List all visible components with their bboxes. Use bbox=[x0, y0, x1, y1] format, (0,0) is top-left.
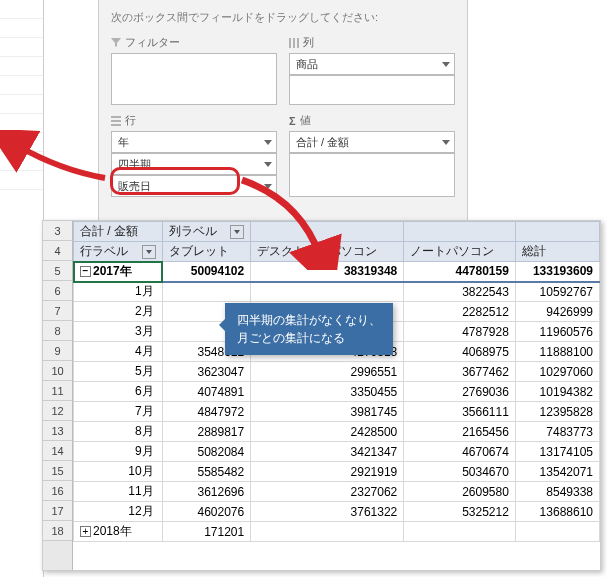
pane-hint: 次のボックス間でフィールドをドラッグしてください: bbox=[111, 10, 455, 25]
month-row[interactable]: 11月 bbox=[74, 482, 163, 502]
rows-section-label: 行 bbox=[111, 113, 277, 128]
column-header[interactable]: 総計 bbox=[515, 242, 599, 262]
pivot-sheet: 3456789101112131415161718 合計 / 金額列ラベル行ラベ… bbox=[42, 220, 601, 571]
field-list-pane: 次のボックス間でフィールドをドラッグしてください: フィルター 列 商品 行 年… bbox=[98, 0, 468, 225]
total-cell[interactable]: 133193609 bbox=[515, 262, 599, 282]
column-header[interactable]: デスクトップパソコン bbox=[251, 242, 404, 262]
month-row[interactable]: 4月 bbox=[74, 342, 163, 362]
row-header[interactable]: 13 bbox=[43, 421, 72, 441]
chevron-down-icon bbox=[264, 162, 272, 167]
sigma-icon: Σ bbox=[289, 115, 296, 127]
filter-dropzone[interactable] bbox=[111, 53, 277, 105]
row-header[interactable]: 6 bbox=[43, 281, 72, 301]
chevron-down-icon bbox=[264, 184, 272, 189]
values-section-label: Σ値 bbox=[289, 113, 455, 128]
month-row[interactable]: 12月 bbox=[74, 502, 163, 522]
svg-rect-5 bbox=[111, 124, 121, 126]
row-header[interactable]: 5 bbox=[43, 261, 72, 281]
row-header[interactable]: 10 bbox=[43, 361, 72, 381]
row-header[interactable]: 17 bbox=[43, 501, 72, 521]
month-row[interactable]: 10月 bbox=[74, 462, 163, 482]
month-row[interactable]: 9月 bbox=[74, 442, 163, 462]
row-header[interactable]: 4 bbox=[43, 241, 72, 261]
svg-rect-2 bbox=[297, 38, 299, 48]
row-header[interactable]: 12 bbox=[43, 401, 72, 421]
total-cell[interactable]: 44780159 bbox=[404, 262, 516, 282]
svg-rect-0 bbox=[289, 38, 291, 48]
col-field-product[interactable]: 商品 bbox=[289, 53, 455, 75]
val-field-sum[interactable]: 合計 / 金額 bbox=[289, 131, 455, 153]
column-header[interactable]: タブレット bbox=[162, 242, 251, 262]
row-header[interactable]: 16 bbox=[43, 481, 72, 501]
year-row-2018[interactable]: +2018年 bbox=[74, 522, 163, 542]
month-row[interactable]: 7月 bbox=[74, 402, 163, 422]
month-row[interactable]: 2月 bbox=[74, 302, 163, 322]
row-field-year[interactable]: 年 bbox=[111, 131, 277, 153]
row-header[interactable]: 9 bbox=[43, 341, 72, 361]
chevron-down-icon bbox=[442, 62, 450, 67]
svg-rect-3 bbox=[111, 116, 121, 118]
row-header[interactable]: 7 bbox=[43, 301, 72, 321]
chevron-down-icon bbox=[264, 140, 272, 145]
row-labels-header[interactable]: 行ラベル bbox=[74, 242, 163, 262]
row-header[interactable]: 3 bbox=[43, 221, 72, 241]
month-row[interactable]: 1月 bbox=[74, 282, 163, 302]
pivot-table[interactable]: 合計 / 金額列ラベル行ラベルタブレットデスクトップパソコンノートパソコン総計−… bbox=[73, 221, 600, 542]
rows-icon bbox=[111, 116, 121, 126]
year-row-2017[interactable]: −2017年 bbox=[74, 262, 163, 282]
total-cell[interactable]: 50094102 bbox=[162, 262, 251, 282]
svg-rect-4 bbox=[111, 120, 121, 122]
row-header[interactable]: 8 bbox=[43, 321, 72, 341]
column-header[interactable]: ノートパソコン bbox=[404, 242, 516, 262]
callout-note: 四半期の集計がなくなり、 月ごとの集計になる bbox=[225, 303, 393, 355]
chevron-down-icon bbox=[442, 140, 450, 145]
column-labels-header[interactable]: 列ラベル bbox=[162, 222, 251, 242]
row-field-quarter[interactable]: 四半期 bbox=[111, 153, 277, 175]
row-header[interactable]: 18 bbox=[43, 521, 72, 541]
month-row[interactable]: 5月 bbox=[74, 362, 163, 382]
pivot-corner[interactable]: 合計 / 金額 bbox=[74, 222, 163, 242]
columns-section-label: 列 bbox=[289, 35, 455, 50]
row-header[interactable]: 11 bbox=[43, 381, 72, 401]
filter-section-label: フィルター bbox=[111, 35, 277, 50]
values-dropzone[interactable] bbox=[289, 153, 455, 197]
month-row[interactable]: 6月 bbox=[74, 382, 163, 402]
row-header[interactable]: 14 bbox=[43, 441, 72, 461]
svg-rect-1 bbox=[293, 38, 295, 48]
month-row[interactable]: 8月 bbox=[74, 422, 163, 442]
filter-icon bbox=[111, 38, 121, 48]
total-cell[interactable]: 38319348 bbox=[251, 262, 404, 282]
row-field-date[interactable]: 販売日 bbox=[111, 175, 277, 197]
row-header[interactable]: 15 bbox=[43, 461, 72, 481]
columns-icon bbox=[289, 38, 299, 48]
month-row[interactable]: 3月 bbox=[74, 322, 163, 342]
columns-dropzone[interactable] bbox=[289, 75, 455, 105]
